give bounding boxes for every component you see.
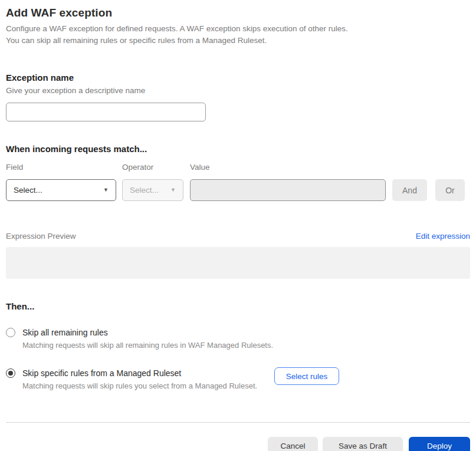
page-description: Configure a WAF exception for defined re… — [6, 23, 470, 47]
exception-name-section: Exception name Give your exception a des… — [6, 73, 470, 121]
field-select-value: Select... — [14, 186, 42, 195]
exception-name-helper: Give your exception a descriptive name — [6, 86, 470, 95]
option-content: Skip specific rules from a Managed Rules… — [22, 368, 470, 390]
field-label: Field — [6, 163, 122, 172]
or-button[interactable]: Or — [435, 179, 465, 201]
chevron-down-icon: ▼ — [103, 187, 109, 193]
cancel-button[interactable]: Cancel — [268, 437, 318, 451]
footer-divider — [6, 422, 470, 423]
then-section: Then... Skip all remaining rules Matchin… — [6, 301, 470, 390]
add-waf-exception-form: Add WAF exception Configure a WAF except… — [0, 6, 476, 451]
match-section: When incoming requests match... Field Op… — [6, 144, 470, 201]
expression-section: Expression Preview Edit expression — [6, 232, 470, 279]
operator-select-value: Select... — [130, 186, 159, 195]
operator-select[interactable]: Select... ▼ — [122, 179, 183, 201]
exception-name-label: Exception name — [6, 73, 470, 83]
chevron-down-icon: ▼ — [170, 187, 176, 193]
edit-expression-link[interactable]: Edit expression — [416, 232, 470, 241]
then-heading: Then... — [6, 301, 470, 311]
expression-header: Expression Preview Edit expression — [6, 232, 470, 241]
exception-name-input[interactable] — [6, 103, 206, 121]
page-description-line-1: Configure a WAF exception for defined re… — [6, 23, 470, 35]
match-labels-row: Field Operator Value — [6, 163, 470, 172]
footer-actions: Cancel Save as Draft Deploy — [6, 437, 470, 451]
option-skip-specific-rules: Skip specific rules from a Managed Rules… — [6, 368, 470, 390]
operator-label: Operator — [122, 163, 190, 172]
select-rules-button[interactable]: Select rules — [274, 367, 339, 385]
page-description-line-2: You can skip all remaining rules or spec… — [6, 35, 470, 47]
save-as-draft-button[interactable]: Save as Draft — [323, 437, 403, 451]
and-button[interactable]: And — [392, 179, 427, 201]
skip-specific-radio[interactable] — [6, 368, 15, 378]
expression-preview-box — [6, 247, 470, 279]
match-heading: When incoming requests match... — [6, 144, 470, 154]
expression-preview-label: Expression Preview — [6, 232, 76, 241]
skip-all-radio[interactable] — [6, 328, 15, 337]
field-select[interactable]: Select... ▼ — [6, 179, 116, 201]
deploy-button[interactable]: Deploy — [409, 437, 470, 451]
page-title: Add WAF exception — [6, 6, 470, 19]
skip-specific-label[interactable]: Skip specific rules from a Managed Rules… — [22, 368, 470, 378]
skip-all-label[interactable]: Skip all remaining rules — [22, 328, 470, 337]
option-content: Skip all remaining rules Matching reques… — [22, 328, 470, 350]
option-skip-all-remaining-rules: Skip all remaining rules Matching reques… — [6, 328, 470, 350]
match-controls-row: Select... ▼ Select... ▼ And Or — [6, 179, 470, 201]
value-label: Value — [190, 163, 470, 172]
skip-all-helper: Matching requests will skip all remainin… — [22, 341, 470, 350]
skip-specific-helper: Matching requests will skip rules you se… — [22, 381, 470, 390]
value-input[interactable] — [190, 179, 386, 201]
